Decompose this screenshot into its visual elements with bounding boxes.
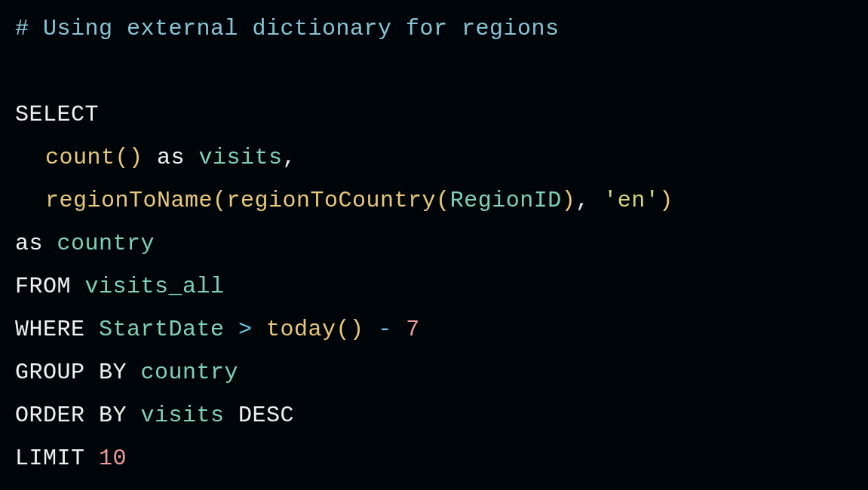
paren-close: ) bbox=[659, 188, 673, 213]
keyword-groupby: GROUP BY bbox=[15, 360, 141, 385]
operator-minus: - bbox=[364, 317, 406, 342]
keyword-select: SELECT bbox=[15, 102, 99, 127]
number-ten: 10 bbox=[99, 446, 127, 471]
keyword-as: as bbox=[15, 231, 57, 256]
function-today: today bbox=[266, 317, 336, 342]
blank-line bbox=[15, 51, 853, 93]
function-regiontocountry: regionToCountry bbox=[227, 188, 437, 213]
number-seven: 7 bbox=[406, 317, 420, 342]
code-editor[interactable]: # Using external dictionary for regions … bbox=[15, 8, 853, 480]
identifier-visits: visits bbox=[141, 403, 225, 428]
code-line-comment: # Using external dictionary for regions bbox=[15, 8, 853, 51]
keyword-limit: LIMIT bbox=[15, 446, 99, 471]
identifier-startdate: StartDate bbox=[99, 317, 225, 342]
code-line-count: count() as visits, bbox=[15, 136, 853, 179]
code-line-groupby: GROUP BY country bbox=[15, 351, 853, 394]
operator-gt: > bbox=[225, 317, 267, 342]
paren-open: ( bbox=[436, 188, 450, 213]
keyword-where: WHERE bbox=[15, 317, 99, 342]
keyword-desc: DESC bbox=[225, 403, 295, 428]
code-line-region: regionToName(regionToCountry(RegionID), … bbox=[15, 179, 853, 222]
paren-close: ) bbox=[562, 188, 576, 213]
paren-close: ) bbox=[350, 317, 364, 342]
keyword-orderby: ORDER BY bbox=[15, 403, 141, 428]
code-line-from: FROM visits_all bbox=[15, 265, 853, 308]
paren-open: ( bbox=[213, 188, 227, 213]
keyword-as: as bbox=[143, 145, 199, 170]
identifier-country: country bbox=[57, 231, 155, 256]
comma: , bbox=[283, 145, 297, 170]
comma: , bbox=[575, 188, 603, 213]
identifier-country: country bbox=[141, 360, 239, 385]
paren-open: ( bbox=[336, 317, 351, 342]
code-line-orderby: ORDER BY visits DESC bbox=[15, 394, 853, 437]
string-en: 'en' bbox=[603, 188, 659, 213]
code-line-as-country: as country bbox=[15, 222, 853, 265]
identifier-visitsall: visits_all bbox=[85, 274, 225, 299]
function-regiontoname: regionToName bbox=[45, 188, 213, 213]
code-line-where: WHERE StartDate > today() - 7 bbox=[15, 308, 853, 351]
identifier-regionid: RegionID bbox=[450, 188, 562, 213]
paren-open: ( bbox=[115, 145, 130, 170]
comment-text: # Using external dictionary for regions bbox=[15, 16, 560, 41]
function-count: count bbox=[45, 145, 115, 170]
code-line-select: SELECT bbox=[15, 93, 853, 136]
code-line-limit: LIMIT 10 bbox=[15, 437, 853, 480]
identifier-visits: visits bbox=[199, 145, 283, 170]
paren-close: ) bbox=[129, 145, 143, 170]
keyword-from: FROM bbox=[15, 274, 85, 299]
